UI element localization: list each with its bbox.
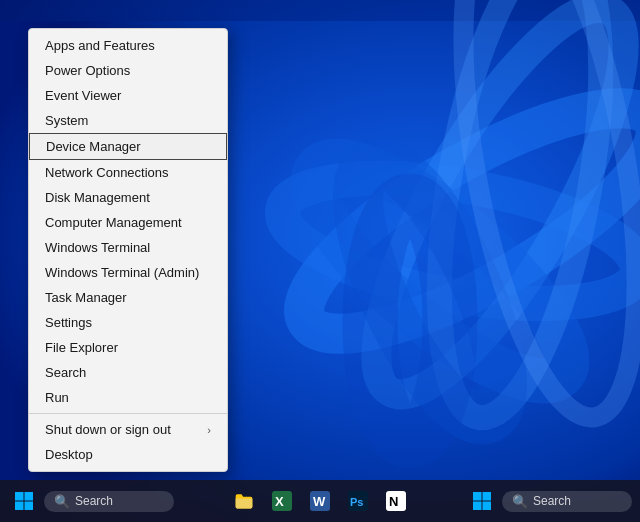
search-icon-right: 🔍 [512, 494, 528, 509]
menu-item-label-disk-management: Disk Management [45, 190, 150, 205]
menu-item-label-search: Search [45, 365, 86, 380]
menu-item-power-options[interactable]: Power Options [29, 58, 227, 83]
menu-item-label-settings: Settings [45, 315, 92, 330]
menu-item-label-file-explorer: File Explorer [45, 340, 118, 355]
menu-separator [29, 413, 227, 414]
menu-item-network-connections[interactable]: Network Connections [29, 160, 227, 185]
menu-item-system[interactable]: System [29, 108, 227, 133]
menu-item-label-device-manager: Device Manager [46, 139, 141, 154]
svg-rect-11 [15, 502, 24, 511]
menu-item-file-explorer[interactable]: File Explorer [29, 335, 227, 360]
taskbar-left: 🔍 Search [8, 485, 174, 517]
menu-item-label-task-manager: Task Manager [45, 290, 127, 305]
menu-item-label-windows-terminal: Windows Terminal [45, 240, 150, 255]
taskbar-word-icon[interactable]: W [304, 485, 336, 517]
taskbar-right-windows[interactable] [466, 485, 498, 517]
menu-item-label-network-connections: Network Connections [45, 165, 169, 180]
taskbar-search-right[interactable]: 🔍 Search [502, 491, 632, 512]
taskbar-search[interactable]: 🔍 Search [44, 491, 174, 512]
menu-item-label-system: System [45, 113, 88, 128]
svg-text:X: X [275, 494, 284, 509]
menu-item-search[interactable]: Search [29, 360, 227, 385]
windows-start-button[interactable] [8, 485, 40, 517]
taskbar-notion-icon[interactable]: N [380, 485, 412, 517]
menu-item-settings[interactable]: Settings [29, 310, 227, 335]
menu-item-windows-terminal-admin[interactable]: Windows Terminal (Admin) [29, 260, 227, 285]
search-icon: 🔍 [54, 494, 70, 509]
menu-item-windows-terminal[interactable]: Windows Terminal [29, 235, 227, 260]
menu-item-shut-down[interactable]: Shut down or sign out› [29, 417, 227, 442]
menu-item-label-event-viewer: Event Viewer [45, 88, 121, 103]
menu-item-device-manager[interactable]: Device Manager [29, 133, 227, 160]
taskbar-search-label: Search [75, 494, 113, 508]
svg-text:W: W [313, 494, 326, 509]
menu-item-run[interactable]: Run [29, 385, 227, 410]
menu-item-label-shut-down: Shut down or sign out [45, 422, 171, 437]
menu-item-desktop[interactable]: Desktop [29, 442, 227, 467]
menu-item-label-apps-and-features: Apps and Features [45, 38, 155, 53]
menu-item-label-windows-terminal-admin: Windows Terminal (Admin) [45, 265, 199, 280]
menu-item-event-viewer[interactable]: Event Viewer [29, 83, 227, 108]
taskbar-file-explorer[interactable] [228, 485, 260, 517]
menu-item-apps-and-features[interactable]: Apps and Features [29, 33, 227, 58]
taskbar-center-icons: X W Ps N [228, 485, 412, 517]
submenu-arrow-icon: › [207, 424, 211, 436]
svg-rect-24 [483, 502, 492, 511]
svg-rect-12 [25, 502, 34, 511]
svg-rect-23 [473, 502, 482, 511]
taskbar-search-right-label: Search [533, 494, 571, 508]
svg-rect-10 [25, 492, 34, 501]
taskbar-excel-icon[interactable]: X [266, 485, 298, 517]
svg-rect-21 [473, 492, 482, 501]
menu-item-computer-management[interactable]: Computer Management [29, 210, 227, 235]
menu-item-label-desktop: Desktop [45, 447, 93, 462]
menu-item-label-run: Run [45, 390, 69, 405]
taskbar-photoshop-icon[interactable]: Ps [342, 485, 374, 517]
context-menu: Apps and FeaturesPower OptionsEvent View… [28, 28, 228, 472]
menu-item-disk-management[interactable]: Disk Management [29, 185, 227, 210]
svg-text:N: N [389, 494, 398, 509]
menu-item-task-manager[interactable]: Task Manager [29, 285, 227, 310]
taskbar-right: 🔍 Search [466, 485, 632, 517]
svg-rect-22 [483, 492, 492, 501]
svg-rect-9 [15, 492, 24, 501]
taskbar: 🔍 Search X W [0, 480, 640, 522]
menu-item-label-computer-management: Computer Management [45, 215, 182, 230]
svg-text:Ps: Ps [350, 496, 363, 508]
menu-item-label-power-options: Power Options [45, 63, 130, 78]
